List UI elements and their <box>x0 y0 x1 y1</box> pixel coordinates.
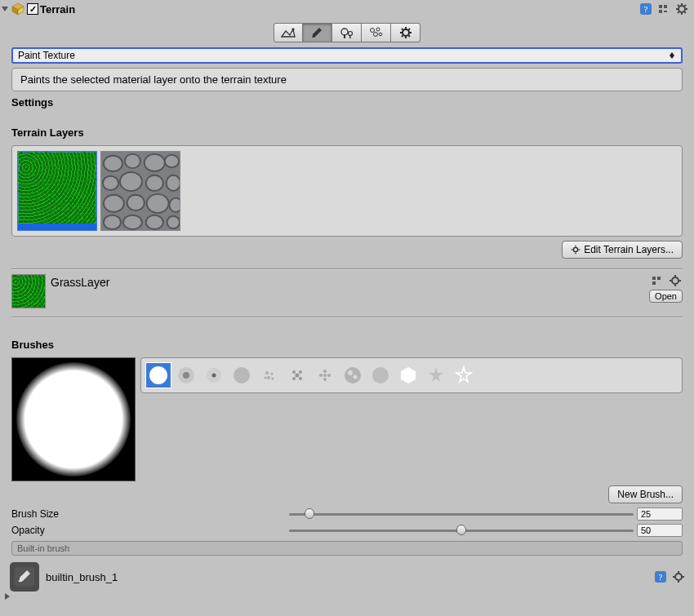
terrain-settings-tool[interactable] <box>391 23 420 42</box>
svg-line-15 <box>678 12 679 14</box>
svg-point-50 <box>167 216 180 228</box>
svg-point-35 <box>104 156 122 171</box>
svg-point-17 <box>312 36 315 38</box>
svg-point-73 <box>272 378 274 380</box>
terrain-layers-box <box>11 145 683 237</box>
terrain-layer-stone[interactable] <box>100 151 180 231</box>
brush-thumb-6[interactable] <box>284 362 310 388</box>
svg-point-19 <box>341 29 348 35</box>
layer-detail-name: GrassLayer <box>51 274 649 289</box>
svg-line-34 <box>408 29 410 30</box>
svg-point-46 <box>170 198 180 212</box>
svg-text:?: ? <box>644 4 648 14</box>
svg-point-23 <box>376 28 380 31</box>
gear-icon[interactable] <box>668 274 683 287</box>
svg-point-26 <box>403 29 409 36</box>
brush-thumb-4[interactable] <box>229 362 255 388</box>
terrain-component-icon <box>11 2 24 16</box>
brush-asset-name: builtin_brush_1 <box>46 571 653 583</box>
open-layer-button[interactable]: Open <box>649 290 683 303</box>
svg-point-79 <box>296 374 300 378</box>
brush-thumb-hexagon[interactable] <box>395 362 421 388</box>
svg-text:?: ? <box>659 572 663 582</box>
svg-point-93 <box>19 580 23 583</box>
svg-point-75 <box>292 370 296 374</box>
terrain-toolbar <box>0 18 694 47</box>
component-enabled-checkbox[interactable]: ✓ <box>27 3 38 15</box>
gear-icon[interactable] <box>674 2 689 16</box>
svg-point-86 <box>348 370 353 375</box>
svg-point-68 <box>212 374 216 378</box>
help-icon[interactable]: ? <box>638 2 653 16</box>
svg-point-96 <box>675 574 682 580</box>
svg-point-42 <box>167 175 180 191</box>
svg-rect-7 <box>664 5 667 8</box>
divider <box>11 268 683 269</box>
new-brush-button[interactable]: New Brush... <box>608 485 683 503</box>
svg-marker-89 <box>401 367 416 383</box>
svg-point-82 <box>327 374 331 377</box>
raise-lower-tool[interactable] <box>274 23 303 42</box>
svg-line-14 <box>685 12 687 14</box>
gear-icon[interactable] <box>671 570 686 583</box>
brush-thumb-3[interactable] <box>201 362 227 388</box>
preset-icon[interactable] <box>656 2 671 16</box>
svg-rect-56 <box>652 277 656 280</box>
divider <box>11 317 683 317</box>
svg-point-38 <box>165 155 179 167</box>
preset-icon[interactable] <box>650 274 665 287</box>
brush-size-label: Brush Size <box>11 508 289 520</box>
brush-size-slider[interactable] <box>289 507 634 521</box>
brush-size-field[interactable]: 25 <box>637 507 683 521</box>
svg-point-40 <box>120 172 142 191</box>
brush-thumb-8[interactable] <box>340 362 366 388</box>
brush-thumb-1[interactable] <box>145 362 171 388</box>
brushes-label: Brushes <box>11 339 683 351</box>
brush-asset-row: builtin_brush_1 ? <box>0 561 694 593</box>
svg-rect-6 <box>659 10 662 13</box>
svg-rect-5 <box>659 5 662 8</box>
svg-point-84 <box>323 374 327 377</box>
svg-point-81 <box>319 374 323 377</box>
foldout-arrow-icon[interactable] <box>2 7 8 11</box>
terrain-layers-label: Terrain Layers <box>11 126 683 139</box>
brush-thumb-7[interactable] <box>312 362 338 388</box>
svg-point-77 <box>292 377 296 380</box>
svg-point-25 <box>379 33 382 36</box>
paint-trees-tool[interactable] <box>332 23 362 42</box>
svg-point-83 <box>323 378 327 381</box>
edit-terrain-layers-button[interactable]: Edit Terrain Layers... <box>562 241 683 259</box>
paint-texture-tool[interactable] <box>303 23 332 42</box>
brush-thumb-2[interactable] <box>173 362 199 388</box>
brush-thumb-9[interactable] <box>367 362 394 388</box>
svg-line-31 <box>402 29 403 30</box>
svg-point-49 <box>146 215 163 229</box>
svg-point-41 <box>146 175 163 191</box>
svg-point-64 <box>149 366 167 384</box>
gear-icon <box>571 245 581 255</box>
svg-point-69 <box>234 367 250 383</box>
brush-thumb-star-outline[interactable] <box>451 362 477 388</box>
terrain-layer-grass[interactable] <box>17 151 97 231</box>
svg-point-44 <box>127 195 145 211</box>
brush-thumb-5[interactable] <box>256 362 282 388</box>
edit-layers-label: Edit Terrain Layers... <box>584 244 674 255</box>
svg-point-72 <box>267 376 270 379</box>
settings-label: Settings <box>11 96 683 109</box>
brush-thumb-star-soft[interactable] <box>423 362 449 388</box>
paint-mode-dropdown[interactable]: Paint Texture <box>11 47 683 64</box>
brush-preview <box>11 357 136 481</box>
help-icon[interactable]: ? <box>653 570 668 583</box>
svg-point-22 <box>370 29 374 33</box>
opacity-slider[interactable] <box>289 524 634 537</box>
svg-marker-91 <box>456 367 471 382</box>
svg-point-78 <box>299 377 302 380</box>
svg-point-21 <box>348 32 352 36</box>
paint-details-tool[interactable] <box>362 23 391 42</box>
expand-arrow-icon[interactable] <box>5 593 10 600</box>
selected-layer-detail: GrassLayer Open <box>11 274 683 313</box>
svg-point-8 <box>678 6 685 12</box>
opacity-field[interactable]: 50 <box>637 524 683 537</box>
layer-detail-thumb <box>11 274 46 308</box>
dropdown-value: Paint Texture <box>18 50 75 61</box>
